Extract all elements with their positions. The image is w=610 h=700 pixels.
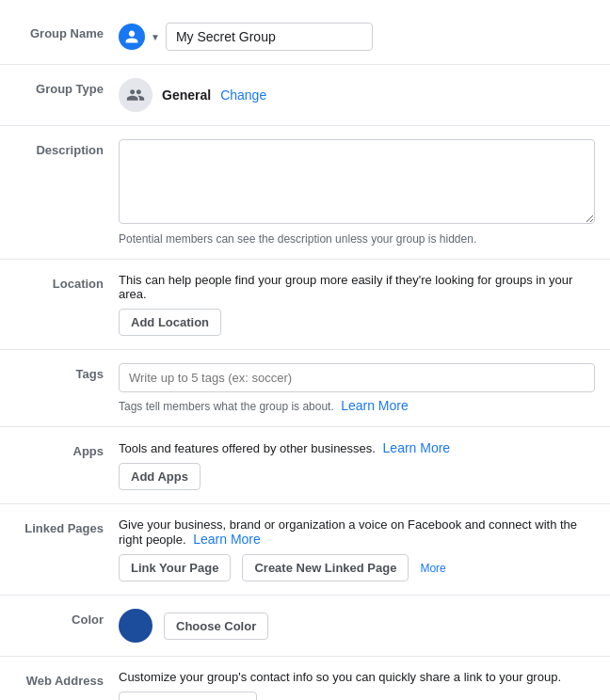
add-location-button[interactable]: Add Location — [119, 309, 221, 336]
web-address-text: Customize your group's contact info so y… — [119, 670, 595, 684]
customize-address-button[interactable]: Customize Address — [119, 692, 257, 700]
group-type-content: General Change — [119, 78, 595, 112]
group-name-label: Group Name — [15, 23, 119, 40]
linked-pages-learn-more-link[interactable]: Learn More — [193, 532, 261, 547]
group-name-input[interactable] — [166, 23, 373, 51]
description-content: Potential members can see the descriptio… — [119, 139, 595, 246]
name-input-row: ▼ — [119, 23, 595, 51]
description-row: Description Potential members can see th… — [0, 126, 610, 260]
description-label: Description — [15, 139, 119, 157]
apps-label: Apps — [15, 440, 119, 458]
linked-pages-description: Give your business, brand or organizatio… — [119, 517, 577, 547]
tags-row: Tags Tags tell members what the group is… — [0, 350, 610, 427]
linked-pages-more-link[interactable]: More — [420, 562, 445, 575]
tags-label: Tags — [15, 363, 119, 381]
apps-description: Tools and features offered by other busi… — [119, 441, 376, 455]
tags-content: Tags tell members what the group is abou… — [119, 363, 595, 413]
web-address-label: Web Address — [15, 670, 119, 688]
web-address-content: Customize your group's contact info so y… — [119, 670, 595, 700]
linked-pages-content: Give your business, brand or organizatio… — [119, 517, 595, 581]
apps-row: Apps Tools and features offered by other… — [0, 427, 610, 504]
color-circle — [119, 609, 152, 643]
choose-color-button[interactable]: Choose Color — [164, 612, 268, 640]
group-type-row: Group Type General Change — [0, 65, 610, 126]
tags-input[interactable] — [119, 363, 595, 392]
change-group-type-link[interactable]: Change — [220, 88, 266, 103]
settings-form: Group Name ▼ Group Type — [0, 0, 610, 700]
group-type-display: General Change — [119, 78, 595, 112]
group-type-name: General — [162, 88, 211, 103]
linked-pages-row: Linked Pages Give your business, brand o… — [0, 504, 610, 596]
linked-pages-text: Give your business, brand or organizatio… — [119, 517, 595, 547]
color-row: Color Choose Color — [0, 596, 610, 657]
tags-helper-text: Tags tell members what the group is abou… — [119, 400, 334, 413]
dropdown-arrow-icon[interactable]: ▼ — [151, 32, 160, 42]
create-new-linked-page-button[interactable]: Create New Linked Page — [242, 554, 409, 581]
linked-pages-buttons: Link Your Page Create New Linked Page Mo… — [119, 554, 595, 581]
linked-pages-label: Linked Pages — [15, 517, 119, 535]
location-label: Location — [15, 273, 119, 291]
description-textarea[interactable] — [119, 139, 595, 224]
web-address-row: Web Address Customize your group's conta… — [0, 657, 610, 700]
group-type-icon — [119, 78, 152, 112]
group-type-label: Group Type — [15, 78, 119, 96]
apps-text: Tools and features offered by other busi… — [119, 440, 595, 455]
description-helper: Potential members can see the descriptio… — [119, 232, 595, 246]
tags-learn-more-link[interactable]: Learn More — [341, 398, 409, 413]
location-text: This can help people find your group mor… — [119, 273, 595, 301]
avatar-icon — [119, 24, 145, 50]
tags-helper: Tags tell members what the group is abou… — [119, 398, 595, 413]
location-content: This can help people find your group mor… — [119, 273, 595, 336]
apps-learn-more-link[interactable]: Learn More — [383, 440, 451, 455]
group-name-row: Group Name ▼ — [0, 9, 610, 65]
group-name-content: ▼ — [119, 23, 595, 51]
color-content: Choose Color — [119, 609, 595, 643]
add-apps-button[interactable]: Add Apps — [119, 463, 201, 490]
apps-content: Tools and features offered by other busi… — [119, 440, 595, 490]
link-your-page-button[interactable]: Link Your Page — [119, 554, 231, 581]
location-row: Location This can help people find your … — [0, 260, 610, 350]
color-display: Choose Color — [119, 609, 595, 643]
color-label: Color — [15, 609, 119, 627]
